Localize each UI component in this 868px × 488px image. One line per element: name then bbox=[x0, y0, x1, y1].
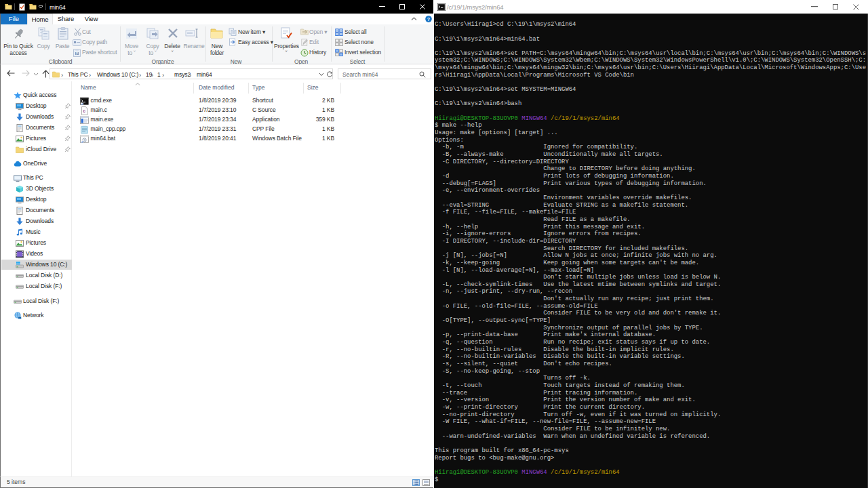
svg-text:?: ? bbox=[427, 17, 430, 22]
svg-text:c: c bbox=[83, 108, 85, 113]
svg-text:P: P bbox=[76, 52, 78, 56]
